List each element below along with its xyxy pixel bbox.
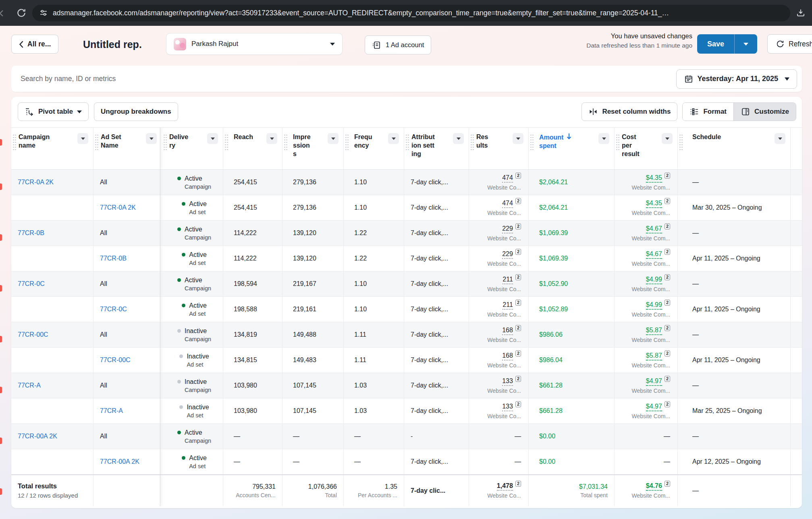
reset-column-widths-label: Reset column widths [602,108,671,116]
chevron-down-icon [778,138,782,140]
column-menu-button[interactable] [77,133,88,144]
total-frequency-cell-value: 1.35 [385,483,397,490]
table-row: 77CR-0CActiveAd set198,588219,1611.107-d… [11,297,802,322]
pivot-table-button[interactable]: Pivot table [18,102,89,121]
campaign-link[interactable]: 77CR-0C [18,280,89,288]
ad-set-link[interactable]: 77CR-00A 2K [100,458,158,465]
ad-set-link[interactable]: 77CR-A [100,407,158,415]
column-label[interactable]: Results [476,133,490,150]
back-to-all-reports-button[interactable]: All re... [11,35,58,54]
drag-handle-icon [530,134,534,150]
customize-button[interactable]: Customize [733,103,796,121]
delivery-text: ActiveCampaign [185,175,211,190]
column-menu-button[interactable] [775,133,785,144]
amount-spent-value: $661.28 [539,407,610,415]
back-button-label: All re... [27,40,51,48]
results-cell-breakdown: Website Co... [487,311,521,318]
table-row: 77CR-00A 2KAllActiveCampaign———-—$0.00—— [11,424,802,449]
search-bar[interactable]: Search by name, ID or metrics Yesterday:… [11,66,802,92]
column-label[interactable]: Ad Set Name [101,133,126,150]
ad-set-link[interactable]: 77CR-0A 2K [100,204,158,211]
filler-cell [791,195,802,220]
amount-spent-cell: $0.00 [529,424,615,449]
column-label[interactable]: Campaign name [19,133,56,150]
save-to-device-icon[interactable] [796,8,806,18]
footnote-badge: 2 [665,350,670,356]
campaign-link[interactable]: 77CR-00A 2K [18,433,89,440]
results-cell-breakdown: Website Co... [487,286,521,292]
column-label[interactable]: Amountspent [539,133,572,150]
delivery-status-dot [177,380,181,384]
campaign-link[interactable]: 77CR-0B [18,229,89,237]
schedule-cell: Apr 11, 2025 – Ongoing [678,348,791,373]
save-options-button[interactable] [734,34,757,54]
frequency-cell: 1.10 [344,170,404,195]
ad-set-link[interactable]: 77CR-0C [100,306,158,313]
column-header-reach: Reach [223,128,282,169]
ad-account-button[interactable]: 1 Ad account [365,35,431,54]
campaign-link[interactable]: 77CR-0A 2K [18,179,89,186]
column-menu-button[interactable] [388,133,399,144]
site-controls-icon[interactable] [39,9,48,17]
format-button[interactable]: Format [683,103,733,121]
schedule-cell: — [678,271,791,296]
column-menu-button[interactable] [266,133,277,144]
refresh-button[interactable]: Refresh [767,34,812,54]
column-label[interactable]: Impressions [293,133,313,158]
delivery-status-dot [177,431,181,434]
campaign-link[interactable]: 77CR-00C [18,331,89,338]
column-menu-button[interactable] [598,133,609,144]
chevron-down-icon [785,77,789,81]
column-label[interactable]: Reach [234,133,253,142]
column-menu-button[interactable] [453,133,464,144]
results-cell-value: — [515,458,521,465]
footnote-badge: 2 [665,481,670,487]
column-menu-button[interactable] [146,133,157,144]
ad-set-link[interactable]: 77CR-0B [100,255,158,262]
total-results-cell: Total results12 / 12 rows displayed [11,475,93,506]
campaign-name-cell: 77CR-A [11,373,93,398]
ungroup-breakdowns-button[interactable]: Ungroup breakdowns [94,102,178,121]
footnote-badge: 2 [515,376,521,382]
column-menu-button[interactable] [662,133,673,144]
footnote-badge: 2 [515,249,521,255]
date-range-picker[interactable]: Yesterday: Apr 11, 2025 [676,69,797,89]
reset-column-widths-button[interactable]: Reset column widths [581,102,677,121]
impressions-cell: 107,145 [282,373,344,398]
column-label[interactable]: Attribution setting [411,133,435,158]
column-label[interactable]: Delivery [169,133,189,150]
delivery-cell: ActiveAd set [162,246,223,271]
cost-per-result-cell-value: $5.87 [646,352,662,361]
footnote-badge: 2 [665,249,670,255]
account-selector[interactable]: Parkash Rajput [166,33,343,55]
delivery-status-dot [179,405,183,409]
column-label[interactable]: Schedule [692,133,721,142]
delivery-text: ActiveCampaign [185,226,211,241]
column-menu-button[interactable] [328,133,339,144]
results-cell-value: 211 [503,301,513,310]
ad-set-link[interactable]: 77CR-00C [100,356,158,364]
save-split-button: Save [697,34,757,54]
column-header-schedule: Schedule [678,128,791,169]
footnote-badge: 2 [515,401,521,407]
column-menu-button[interactable] [207,133,218,144]
reload-icon[interactable] [16,8,27,18]
ad-set-all-label: All [100,382,158,389]
unsaved-changes-text: You have unsaved changes [586,32,692,40]
footnote-badge: 2 [665,376,670,382]
footnote-badge: 2 [515,350,521,356]
frequency-cell: 1.11 [344,322,404,347]
cost-per-result-cell-breakdown: Website Com... [632,413,670,419]
campaign-link[interactable]: 77CR-A [18,382,89,389]
url-bar[interactable]: adsmanager.facebook.com/adsmanager/repor… [32,5,790,21]
drag-handle-icon [470,134,474,150]
impressions-cell: 139,120 [282,221,344,246]
amount-spent-value: $0.00 [539,433,610,440]
column-label[interactable]: Frequency [354,133,374,150]
delivery-level: Campaign [185,438,211,444]
delivery-text: ActiveAd set [189,200,207,215]
save-button[interactable]: Save [697,34,734,54]
column-menu-button[interactable] [513,133,523,144]
column-label[interactable]: Cost per result [622,133,643,158]
total-results-metric-cell-breakdown: Website Co... [487,492,521,499]
